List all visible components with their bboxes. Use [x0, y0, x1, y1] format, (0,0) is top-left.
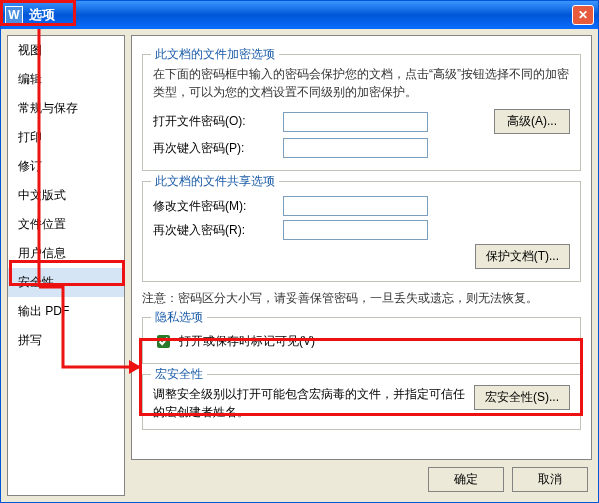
modify-password-input[interactable]	[283, 196, 428, 216]
group-macro: 宏安全性 调整安全级别以打开可能包含宏病毒的文件，并指定可信任的宏创建者姓名。 …	[142, 374, 581, 430]
sidebar-item-security[interactable]: 安全性	[8, 268, 124, 297]
group-macro-legend: 宏安全性	[151, 366, 207, 383]
macro-security-button[interactable]: 宏安全性(S)...	[474, 385, 570, 410]
sidebar-item-edit[interactable]: 编辑	[8, 65, 124, 94]
modify-password-label: 修改文件密码(M):	[153, 198, 283, 215]
group-encrypt-legend: 此文档的文件加密选项	[151, 46, 279, 63]
sidebar-item-user-info[interactable]: 用户信息	[8, 239, 124, 268]
sidebar-item-file-location[interactable]: 文件位置	[8, 210, 124, 239]
group-privacy: 隐私选项 打开或保存时标记可见(V)	[142, 317, 581, 364]
ok-button[interactable]: 确定	[428, 467, 504, 492]
password-note: 注意：密码区分大小写，请妥善保管密码，一旦丢失或遗忘，则无法恢复。	[142, 290, 581, 307]
group-encrypt: 此文档的文件加密选项 在下面的密码框中输入的密码会保护您的文档，点击“高级”按钮…	[142, 54, 581, 171]
open-password-input[interactable]	[283, 112, 428, 132]
group-share-legend: 此文档的文件共享选项	[151, 173, 279, 190]
protect-doc-button[interactable]: 保护文档(T)...	[475, 244, 570, 269]
dialog-body: 视图 编辑 常规与保存 打印 修订 中文版式 文件位置 用户信息 安全性 输出 …	[1, 29, 598, 502]
group-privacy-legend: 隐私选项	[151, 309, 207, 326]
sidebar-item-revision[interactable]: 修订	[8, 152, 124, 181]
sidebar-item-output-pdf[interactable]: 输出 PDF	[8, 297, 124, 326]
titlebar: W 选项 ✕	[1, 1, 598, 29]
window-title: 选项	[29, 6, 572, 24]
options-dialog: W 选项 ✕ 视图 编辑 常规与保存 打印 修订 中文版式 文件位置 用户信息 …	[0, 0, 599, 503]
group-share: 此文档的文件共享选项 修改文件密码(M): 再次键入密码(R): 保护文档(T)…	[142, 181, 581, 282]
close-button[interactable]: ✕	[572, 5, 594, 25]
button-bar: 确定 取消	[428, 467, 588, 492]
sidebar-item-spelling[interactable]: 拼写	[8, 326, 124, 355]
sidebar-item-chinese-layout[interactable]: 中文版式	[8, 181, 124, 210]
reenter-password-input[interactable]	[283, 138, 428, 158]
main-panel: 此文档的文件加密选项 在下面的密码框中输入的密码会保护您的文档，点击“高级”按钮…	[131, 35, 592, 496]
app-icon: W	[5, 6, 23, 24]
sidebar-item-view[interactable]: 视图	[8, 36, 124, 65]
sidebar-item-general-save[interactable]: 常规与保存	[8, 94, 124, 123]
reenter-modify-label: 再次键入密码(R):	[153, 222, 283, 239]
cancel-button[interactable]: 取消	[512, 467, 588, 492]
open-password-label: 打开文件密码(O):	[153, 113, 283, 130]
visible-marks-checkbox[interactable]	[157, 335, 170, 348]
sidebar-item-print[interactable]: 打印	[8, 123, 124, 152]
sidebar: 视图 编辑 常规与保存 打印 修订 中文版式 文件位置 用户信息 安全性 输出 …	[7, 35, 125, 496]
close-icon: ✕	[578, 8, 588, 22]
advanced-button[interactable]: 高级(A)...	[494, 109, 570, 134]
macro-desc: 调整安全级别以打开可能包含宏病毒的文件，并指定可信任的宏创建者姓名。	[153, 385, 466, 421]
reenter-modify-input[interactable]	[283, 220, 428, 240]
visible-marks-label: 打开或保存时标记可见(V)	[179, 333, 315, 350]
encrypt-desc: 在下面的密码框中输入的密码会保护您的文档，点击“高级”按钮选择不同的加密类型，可…	[153, 65, 570, 101]
content-panel: 此文档的文件加密选项 在下面的密码框中输入的密码会保护您的文档，点击“高级”按钮…	[131, 35, 592, 460]
reenter-password-label: 再次键入密码(P):	[153, 140, 283, 157]
